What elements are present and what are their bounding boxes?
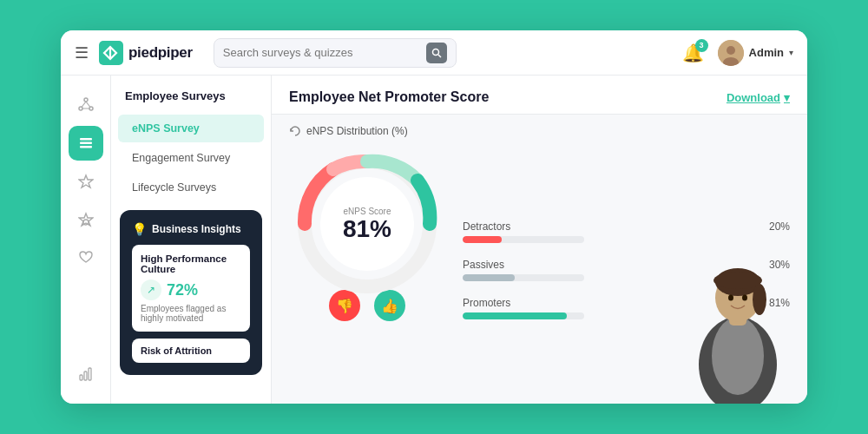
download-button[interactable]: Download ▾ [727,91,790,104]
hamburger-icon[interactable]: ☰ [75,43,89,62]
stat-bar-bg-promoters [463,312,584,319]
trend-up-icon: ↗ [141,279,161,300]
avatar [718,40,744,66]
insight-stat: ↗ 72% [141,279,241,300]
search-icon [431,48,442,58]
svg-line-11 [86,102,90,108]
content-header: Employee Net Promoter Score Download ▾ [272,76,807,115]
notification-badge: 3 [695,39,708,52]
sidebar-icon-list[interactable] [69,126,103,161]
sidebar-icon-star-outline[interactable] [69,164,103,199]
search-box [214,38,457,68]
svg-point-2 [432,49,438,55]
brand-name: piedpiper [128,44,193,62]
gauge-score: 81% [343,216,391,243]
admin-name: Admin [749,46,784,59]
svg-rect-21 [89,368,91,380]
insights-header: 💡 Business Insights [132,222,250,236]
insight-item-attrition: Risk of Attrition [132,339,250,363]
gauge-chart: eNPS Score 81% [289,146,445,302]
insight-performance-title: High Performance Culture [141,253,241,274]
insight-percentage: 72% [167,281,198,299]
stat-bar-fill-detractors [463,236,502,243]
brand: piedpiper [99,41,193,65]
chevron-down-icon: ▾ [789,48,793,57]
svg-point-18 [83,220,89,225]
stat-bar-bg-detractors [463,236,584,243]
page-title: Employee Net Promoter Score [289,89,489,105]
chevron-down-icon: ▾ [784,91,790,104]
svg-rect-14 [80,142,92,145]
search-button[interactable] [426,43,447,63]
heart-icon [78,250,94,266]
distribution-label: eNPS Distribution (%) [289,125,408,137]
insights-title: Business Insights [152,223,241,235]
stat-bar-fill-passives [463,274,515,281]
main-content: Employee Net Promoter Score Download ▾ e… [272,76,807,404]
insight-item-performance: High Performance Culture ↗ 72% Employees… [132,245,250,332]
topnav: ☰ piedpiper 🔔 3 [61,30,807,76]
network-icon [78,97,94,113]
notification-bell[interactable]: 🔔 3 [682,43,704,63]
brand-logo [99,41,123,65]
main-body: Employee Surveys eNPS Survey Engagement … [61,76,807,404]
sidebar-icon-network[interactable] [69,88,103,122]
svg-marker-16 [79,175,93,187]
svg-rect-13 [80,138,92,141]
svg-point-29 [713,272,762,289]
svg-point-32 [742,295,747,301]
survey-menu-item-lifecycle[interactable]: Lifecycle Surveys [118,174,264,201]
insight-attrition-title: Risk of Attrition [141,345,241,356]
person-svg [677,230,799,404]
sidebar-icon-chart[interactable] [69,357,103,391]
icon-sidebar [61,76,111,404]
app-window: ☰ piedpiper 🔔 3 [61,30,807,404]
survey-menu-title: Employee Surveys [111,89,271,113]
svg-rect-19 [80,375,82,380]
survey-menu: Employee Surveys eNPS Survey Engagement … [111,76,272,404]
gauge-center: eNPS Score 81% [343,207,391,243]
admin-profile[interactable]: Admin ▾ [718,40,793,66]
svg-point-31 [728,295,733,301]
star-filled-icon [78,212,94,227]
person-illustration [677,230,799,404]
svg-line-3 [438,55,441,57]
svg-point-25 [712,317,764,395]
survey-menu-item-enps[interactable]: eNPS Survey [118,115,264,142]
svg-point-5 [727,46,735,55]
stat-bar-fill-promoters [463,312,567,319]
survey-menu-item-engagement[interactable]: Engagement Survey [118,144,264,172]
svg-point-7 [84,98,88,102]
bulb-icon: 💡 [132,222,147,236]
svg-point-30 [753,284,766,315]
nav-right: 🔔 3 Admin ▾ [682,40,793,66]
avatar-image [718,40,744,66]
svg-rect-15 [80,146,92,148]
stat-label-detractors: Detractors [463,220,510,233]
svg-rect-20 [84,372,87,380]
insight-description: Employees flagged as highly motivated [141,304,241,323]
business-insights-card: 💡 Business Insights High Performance Cul… [120,210,262,375]
stat-label-passives: Passives [463,259,504,271]
chart-icon [78,366,94,382]
stat-label-promoters: Promoters [463,297,510,309]
sidebar-icon-star-filled[interactable] [69,202,103,237]
list-icon [78,135,94,151]
star-outline-icon [78,174,94,189]
stat-bar-bg-passives [463,274,584,281]
refresh-icon [289,125,301,137]
sidebar-icon-heart[interactable] [69,240,103,275]
svg-line-10 [82,102,86,108]
search-input[interactable] [223,46,421,59]
content-body: eNPS Distribution (%) [272,115,807,404]
gauge-section: eNPS Distribution (%) [289,125,445,393]
